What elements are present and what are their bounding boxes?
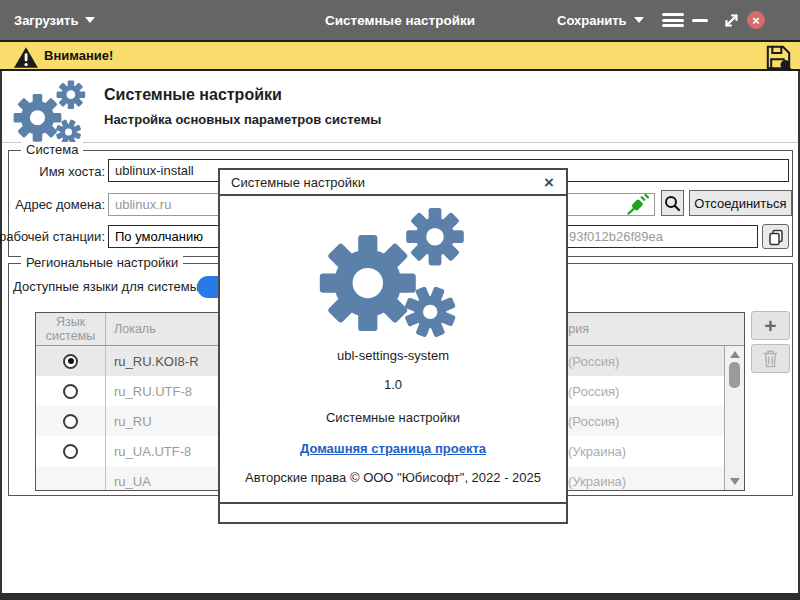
scroll-up-icon[interactable] [730, 351, 740, 358]
column-header-language: Язык системы [36, 313, 106, 345]
warning-text: Внимание! [44, 48, 113, 63]
top-toolbar: Загрузить Системные настройки Сохранить … [0, 0, 800, 40]
search-domain-button[interactable] [661, 190, 684, 216]
copy-id-button[interactable] [762, 224, 789, 249]
system-language-radio[interactable] [63, 354, 78, 369]
homepage-link[interactable]: Домашняя страница проекта [300, 441, 486, 456]
dialog-close-icon[interactable]: × [539, 173, 559, 193]
about-dialog-title: Системные настройки [231, 175, 365, 190]
bottom-bar [0, 593, 800, 600]
connected-plug-icon [626, 194, 650, 215]
delete-locale-button[interactable] [751, 344, 790, 373]
workstation-id-hex: 93f012b26f89ea [569, 229, 663, 244]
search-icon [664, 195, 681, 212]
radio-cell [36, 406, 106, 436]
maximize-button[interactable] [723, 12, 740, 29]
domain-label: Адрес домена: [15, 197, 105, 212]
warning-icon [13, 46, 39, 69]
add-locale-button[interactable]: + [751, 311, 790, 340]
app-window: Загрузить Системные настройки Сохранить … [0, 0, 800, 600]
system-language-radio[interactable] [63, 444, 78, 459]
minimize-button[interactable] [692, 19, 708, 22]
gears-app-icon [10, 78, 92, 148]
system-legend: Система [21, 142, 83, 157]
warning-bar: Внимание! [0, 40, 800, 71]
save-menu-button[interactable]: Сохранить [557, 0, 644, 40]
regional-legend: Региональные настройки [21, 255, 183, 270]
radio-cell [36, 466, 106, 491]
hostname-label: Имя хоста: [39, 164, 105, 179]
app-package-name: ubl-settings-system [220, 348, 566, 363]
close-button[interactable]: × [747, 11, 765, 29]
about-dialog-titlebar[interactable]: Системные настройки × [220, 170, 566, 196]
save-icon[interactable] [765, 44, 792, 71]
header-divider [2, 142, 798, 143]
system-language-radio[interactable] [63, 414, 78, 429]
copyright-text: Авторские права © ООО "Юбисофт", 2022 - … [220, 470, 566, 485]
dialog-footer-divider [220, 502, 566, 504]
table-scrollbar[interactable] [724, 346, 744, 490]
app-title: Системные настройки [220, 410, 566, 425]
disconnect-button[interactable]: Отсоединиться [689, 190, 792, 216]
scrollbar-thumb[interactable] [729, 362, 740, 388]
radio-cell [36, 376, 106, 406]
save-menu-label: Сохранить [557, 13, 627, 28]
languages-label: Доступные языки для системы: [13, 279, 203, 294]
system-language-radio[interactable] [63, 384, 78, 399]
app-version: 1.0 [220, 377, 566, 392]
page-subtitle: Настройка основных параметров системы [104, 112, 381, 127]
trash-icon [762, 349, 779, 368]
workstation-id-value: По умолчанию [115, 229, 203, 244]
copy-icon [767, 228, 785, 246]
chevron-down-icon [634, 17, 644, 23]
radio-cell [36, 346, 106, 376]
about-dialog: Системные настройки × [218, 168, 568, 524]
menu-icon[interactable] [662, 13, 684, 27]
page-title: Системные настройки [104, 86, 282, 104]
gears-logo [315, 203, 475, 344]
workstation-id-label: ID рабочей станции: [0, 229, 105, 244]
scroll-down-icon[interactable] [730, 478, 740, 485]
radio-cell [36, 436, 106, 466]
